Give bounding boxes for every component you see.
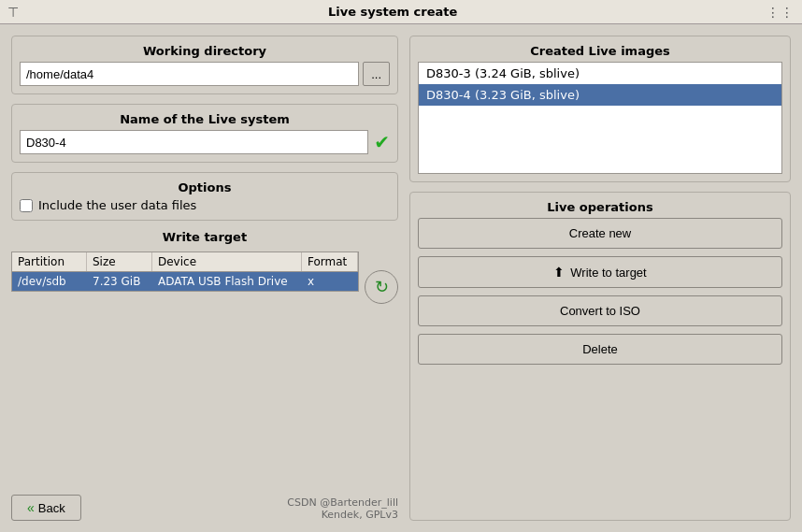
write-to-target-label: Write to target [570, 266, 646, 280]
browse-button[interactable]: ... [363, 62, 390, 86]
cell-size: 7.23 GiB [87, 272, 152, 291]
write-target-title: Write target [11, 230, 398, 244]
image-item-1[interactable]: D830-4 (3.23 GiB, sblive) [419, 84, 781, 106]
write-target-outer: Write target Partition Size Device Forma… [11, 230, 398, 521]
valid-check-icon: ✔ [374, 131, 390, 153]
working-directory-title: Working directory [20, 44, 390, 58]
right-panel: Created Live images D830-3 (3.24 GiB, sb… [409, 36, 791, 521]
include-user-data-checkbox[interactable] [20, 199, 33, 212]
cell-partition: /dev/sdb [12, 272, 87, 291]
cell-device: ADATA USB Flash Drive [152, 272, 302, 291]
bottom-row: « Back CSDN @Bartender_lill Kendek, GPLv… [11, 495, 398, 521]
working-directory-input[interactable] [20, 62, 359, 86]
image-item-0[interactable]: D830-3 (3.24 GiB, sblive) [419, 63, 781, 84]
footer: CSDN @Bartender_lill Kendek, GPLv3 [287, 496, 398, 521]
main-content: Working directory ... Name of the Live s… [0, 24, 802, 532]
convert-to-iso-button[interactable]: Convert to ISO [418, 295, 782, 326]
col-format: Format [302, 252, 358, 271]
col-device: Device [152, 252, 302, 271]
live-operations-section: Live operations Create new ⬆ Write to ta… [409, 192, 791, 521]
live-system-name-input[interactable] [20, 130, 368, 154]
live-system-name-section: Name of the Live system ✔ [11, 104, 398, 163]
created-images-title: Created Live images [418, 44, 782, 58]
table-row[interactable]: /dev/sdb 7.23 GiB ADATA USB Flash Drive … [12, 272, 358, 291]
back-icon: « [27, 500, 35, 515]
back-button[interactable]: « Back [11, 495, 81, 521]
title-bar: ⊤ Live system create ⋮⋮ [0, 0, 802, 24]
live-system-name-title: Name of the Live system [20, 112, 390, 126]
create-new-button[interactable]: Create new [418, 218, 782, 249]
write-target-body: Partition Size Device Format /dev/sdb 7.… [11, 252, 398, 491]
refresh-button[interactable]: ↻ [365, 270, 398, 304]
col-partition: Partition [12, 252, 87, 271]
footer-line1: CSDN @Bartender_lill [287, 496, 398, 509]
options-section: Options Include the user data files [11, 172, 398, 221]
cell-format: x [302, 272, 358, 291]
include-user-data-row: Include the user data files [20, 198, 390, 212]
col-size: Size [87, 252, 152, 271]
cursor-icon: ⬆ [553, 265, 565, 280]
dir-input-row: ... [20, 62, 390, 86]
created-images-list: D830-3 (3.24 GiB, sblive) D830-4 (3.23 G… [418, 62, 782, 174]
include-user-data-label: Include the user data files [38, 198, 196, 212]
table-header: Partition Size Device Format [12, 252, 358, 272]
title-bar-icon: ⊤ [7, 5, 19, 20]
back-button-label: Back [38, 501, 65, 515]
working-directory-section: Working directory ... [11, 36, 398, 94]
delete-button[interactable]: Delete [418, 334, 782, 365]
write-to-target-button[interactable]: ⬆ Write to target [418, 256, 782, 288]
options-title: Options [20, 180, 390, 194]
title-bar-menu-icon[interactable]: ⋮⋮ [766, 5, 795, 20]
footer-line2: Kendek, GPLv3 [287, 509, 398, 521]
live-operations-title: Live operations [418, 200, 782, 214]
left-panel: Working directory ... Name of the Live s… [11, 36, 398, 521]
name-input-row: ✔ [20, 130, 390, 154]
ops-buttons: Create new ⬆ Write to target Convert to … [418, 218, 782, 365]
created-images-section: Created Live images D830-3 (3.24 GiB, sb… [409, 36, 791, 182]
write-target-table: Partition Size Device Format /dev/sdb 7.… [11, 252, 359, 292]
window-title: Live system create [328, 5, 457, 19]
